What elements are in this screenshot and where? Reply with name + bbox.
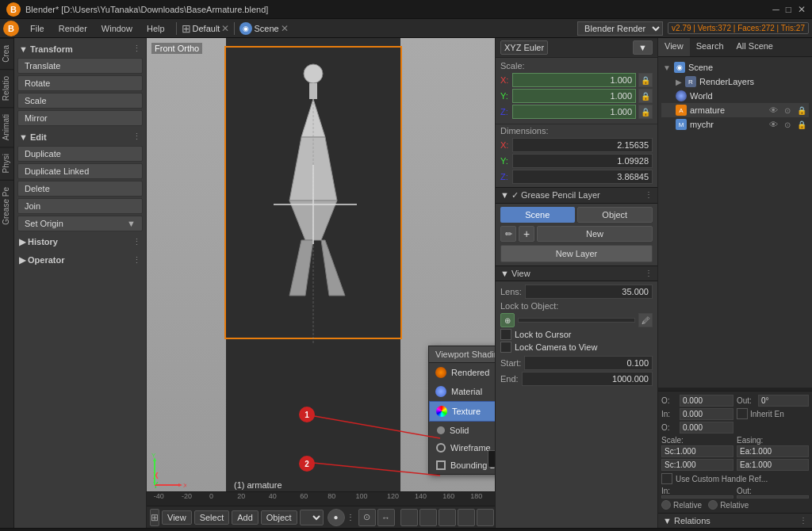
shading-solid[interactable]: Solid <box>429 422 495 439</box>
edit-dots[interactable]: ⋮ <box>132 132 141 142</box>
operator-dots[interactable]: ⋮ <box>132 255 141 266</box>
sidebar-tab-relatio[interactable]: Relatio <box>0 69 13 107</box>
mirror-btn[interactable]: Mirror <box>17 110 143 126</box>
rotation-arrow[interactable]: ▼ <box>633 40 653 55</box>
menu-help[interactable]: Help <box>140 22 171 35</box>
add-layer-icon[interactable]: + <box>519 226 534 242</box>
join-btn[interactable]: Join <box>17 198 143 214</box>
tree-mychr-lock[interactable]: 🔒 <box>796 119 807 130</box>
scale-x-lock[interactable]: 🔒 <box>638 73 653 87</box>
transform-header[interactable]: ▼ Transform <box>19 44 73 54</box>
tool3-icon[interactable] <box>439 509 456 526</box>
relations-header[interactable]: ▼ Relations <box>663 516 710 525</box>
view-header[interactable]: ▼ View <box>500 269 530 278</box>
transform-icon[interactable]: ↔ <box>377 509 395 526</box>
set-origin-btn[interactable]: Set Origin ▼ <box>17 216 143 231</box>
shading-material[interactable]: Material <box>429 382 495 401</box>
menu-window[interactable]: Window <box>95 22 139 35</box>
viewport-toggle-icon[interactable]: ⊞ <box>150 509 159 526</box>
translate-btn[interactable]: Translate <box>17 58 143 74</box>
tree-item-armature[interactable]: A armature 👁 ⊙ 🔒 <box>661 103 809 117</box>
tool1-icon[interactable] <box>400 509 418 526</box>
snap-icon[interactable]: ⊙ <box>358 509 376 526</box>
tree-mychr-render[interactable]: ⊙ <box>782 119 793 130</box>
tree-mychr-eye[interactable]: 👁 <box>768 119 779 130</box>
out2-value[interactable] <box>737 495 809 499</box>
shading-texture[interactable]: Texture <box>429 401 495 422</box>
close-btn[interactable]: ✕ <box>798 4 806 15</box>
object-btn[interactable]: Object <box>577 207 653 223</box>
maximize-btn[interactable]: □ <box>786 4 791 15</box>
minimize-btn[interactable]: ─ <box>772 4 779 15</box>
tool5-icon[interactable] <box>477 509 494 526</box>
scale-y-value[interactable]: 1.000 <box>512 89 636 103</box>
in2-value[interactable] <box>661 495 733 499</box>
scale-btn[interactable]: Scale <box>17 93 143 109</box>
scale-x-value[interactable]: 1.000 <box>512 73 636 87</box>
menu-file[interactable]: File <box>24 22 51 35</box>
render-engine-select[interactable]: Blender Render <box>577 21 663 36</box>
history-dots[interactable]: ⋮ <box>132 237 141 247</box>
inherit-cb[interactable] <box>737 408 748 419</box>
object-menu[interactable]: Object <box>261 510 297 525</box>
shading-icon[interactable]: ● <box>327 509 345 526</box>
dim-y-value[interactable]: 1.09928 <box>512 154 653 168</box>
tree-armature-render[interactable]: ⊙ <box>782 105 793 116</box>
fr-tab-allscene[interactable]: All Scene <box>730 38 779 56</box>
tree-armature-lock[interactable]: 🔒 <box>796 105 807 116</box>
edit-header[interactable]: ▼ Edit <box>19 132 47 142</box>
tree-armature-eye[interactable]: 👁 <box>768 105 779 116</box>
tree-item-mychr[interactable]: M mychr 👁 ⊙ 🔒 <box>661 117 809 132</box>
blender-icon[interactable]: B <box>3 21 19 36</box>
dim-x-value[interactable]: 2.15635 <box>512 138 653 152</box>
ea1-value[interactable]: Ea:1.000 <box>737 445 809 457</box>
scene-btn[interactable]: Scene <box>500 207 575 223</box>
shading-wireframe[interactable]: Wireframe <box>429 439 495 457</box>
dim-z-value[interactable]: 3.86845 <box>512 170 653 184</box>
shading-bounding-box[interactable]: Bounding Box <box>429 457 495 474</box>
o2-value[interactable]: 0.000 <box>680 422 733 434</box>
lens-value[interactable]: 35.000 <box>525 285 653 299</box>
tree-item-scene[interactable]: ▼ ◉ Scene <box>661 60 809 74</box>
grease-pencil-header[interactable]: ▼ ✓ Grease Pencil Layer <box>500 190 600 201</box>
scale-y-lock[interactable]: 🔒 <box>638 89 653 103</box>
view-end-value[interactable]: 1000.000 <box>522 372 653 386</box>
new-btn[interactable]: New <box>537 226 653 242</box>
tool4-icon[interactable] <box>458 509 475 526</box>
mode-select[interactable]: Object Mode <box>300 510 324 525</box>
tree-item-renderlayers[interactable]: ▶ R RenderLayers <box>661 74 809 89</box>
lock-camera-cb[interactable] <box>500 342 511 353</box>
sidebar-tab-animati[interactable]: Animati <box>0 107 13 147</box>
history-header[interactable]: ▶ History <box>19 237 58 247</box>
sidebar-tab-grease[interactable]: Grease Pe <box>0 180 13 231</box>
custom-handle-cb[interactable] <box>661 473 672 484</box>
rotate-btn[interactable]: Rotate <box>17 75 143 91</box>
menu-render[interactable]: Render <box>52 22 94 35</box>
add-menu[interactable]: Add <box>232 510 259 525</box>
fr-tab-search[interactable]: Search <box>690 38 730 56</box>
lock-eyedropper[interactable]: 🖉 <box>638 313 653 327</box>
duplicate-linked-btn[interactable]: Duplicate Linked <box>17 163 143 179</box>
o-value[interactable]: 0.000 <box>680 395 733 407</box>
sc1-value[interactable]: Sc:1.000 <box>661 445 733 457</box>
transform-dots[interactable]: ⋮ <box>132 44 141 54</box>
operator-header[interactable]: ▶ Operator <box>19 255 65 266</box>
sidebar-tab-physi[interactable]: Physi <box>0 147 13 179</box>
new-layer-btn[interactable]: New Layer <box>500 245 653 262</box>
shading-rendered[interactable]: Rendered <box>429 363 495 382</box>
fr-tab-view[interactable]: View <box>658 38 690 56</box>
select-menu[interactable]: Select <box>194 510 230 525</box>
sidebar-tab-crea[interactable]: Crea <box>0 38 13 69</box>
tool2-icon[interactable] <box>419 509 437 526</box>
duplicate-btn[interactable]: Duplicate <box>17 146 143 162</box>
sc2-value[interactable]: Sc:1.000 <box>661 459 733 471</box>
delete-btn[interactable]: Delete <box>17 181 143 197</box>
out-value[interactable]: 0° <box>758 395 809 407</box>
in-value[interactable]: 0.000 <box>680 408 733 420</box>
view-menu[interactable]: View <box>162 510 192 525</box>
lock-cursor-cb[interactable] <box>500 329 511 340</box>
view-start-value[interactable]: 0.100 <box>524 356 653 370</box>
rotation-mode-select[interactable]: XYZ Euler <box>500 40 548 55</box>
scale-z-value[interactable]: 1.000 <box>512 105 636 119</box>
pencil-icon[interactable]: ✏ <box>500 226 516 242</box>
